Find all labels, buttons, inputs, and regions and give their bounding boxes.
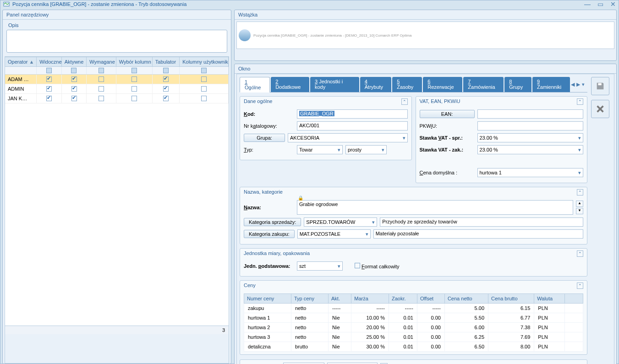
filter-checkbox[interactable] <box>131 68 137 73</box>
spin-up[interactable]: ▲ <box>576 201 583 207</box>
col-operator[interactable]: Operator ▲ <box>5 57 37 66</box>
checkbox[interactable] <box>131 86 137 92</box>
tab-2-dodatkowe[interactable]: 2 Dodatkowe <box>271 77 309 92</box>
checkbox[interactable] <box>46 86 52 92</box>
filter-checkbox[interactable] <box>71 68 77 73</box>
kategoria-zakupu-combo[interactable]: MAT.POZOSTAŁE <box>297 229 371 239</box>
checkbox[interactable] <box>99 86 104 92</box>
cena-domyslna-combo[interactable]: hurtowa 1 <box>477 168 584 177</box>
col-wymagane[interactable]: Wymagane <box>87 57 116 66</box>
table-row[interactable]: ADAM … <box>5 75 229 84</box>
col-kolumny-uzytkownika[interactable]: Kolumny użytkownika <box>180 57 229 66</box>
operators-grid: Operator ▲ Widoczne Aktywne Wymagane Wyb… <box>5 56 229 364</box>
kod-input[interactable]: GRABIE_OGR <box>297 109 408 119</box>
tab-scroll-icon[interactable]: ◀ <box>571 81 575 87</box>
checkbox[interactable] <box>71 96 77 101</box>
tab-6-rezerwacje[interactable]: 6 Rezerwacje <box>423 77 462 92</box>
svg-rect-13 <box>598 83 601 86</box>
grupa-combo[interactable]: AKCESORIA <box>288 133 408 142</box>
checkbox[interactable] <box>163 96 169 101</box>
filter-checkbox[interactable] <box>201 68 207 73</box>
col-tabulator[interactable]: Tabulator <box>153 57 180 66</box>
price-row[interactable]: detalicznabruttoNie30.00 %0.010.006.508.… <box>244 342 583 352</box>
collapse-icon[interactable]: ⌃ <box>401 98 408 105</box>
checkbox[interactable] <box>201 86 207 92</box>
ean-input[interactable] <box>477 109 584 119</box>
vat-spr-combo[interactable]: 23.00 % <box>477 133 584 142</box>
price-col-header[interactable]: Cena brutto <box>488 294 534 304</box>
table-row[interactable]: ADMIN <box>5 84 229 94</box>
section-nazwa: Nazwa, kategorie⌃ Nazwa: 🔒 Grabie ogrodo… <box>240 187 587 244</box>
kategoria-sprzedazy-combo[interactable]: SPRZED.TOWARÓW <box>304 217 377 227</box>
maximize-button[interactable]: ▭ <box>597 0 603 8</box>
price-row[interactable]: hurtowa 1nettoNie10.00 %0.010.005.506.77… <box>244 313 583 323</box>
tab-8-grupy[interactable]: 8 Grupy <box>504 77 531 92</box>
price-col-header[interactable]: Zaokr. <box>389 294 417 304</box>
checkbox[interactable] <box>163 76 169 82</box>
pkwiu-input[interactable] <box>477 121 584 130</box>
lock-icon: 🔒 <box>298 196 303 201</box>
price-col-header[interactable]: Akt. <box>329 294 351 304</box>
close-button[interactable]: ✕ <box>610 0 616 8</box>
price-row[interactable]: zakupunetto--------------------5.006.15P… <box>244 304 583 313</box>
spin-down[interactable]: ▼ <box>576 208 583 214</box>
checkbox[interactable] <box>71 86 77 92</box>
svg-rect-0 <box>4 2 9 6</box>
tab-3-jednostki-i-kody[interactable]: 3 Jednostki i kody <box>310 77 359 92</box>
ribbon-title: Wstążka <box>235 10 616 20</box>
price-col-header[interactable]: Numer ceny <box>244 294 291 304</box>
collapse-icon[interactable]: ⌃ <box>577 283 583 289</box>
tab-7-zamówienia[interactable]: 7 Zamówienia <box>463 77 504 92</box>
minimize-button[interactable]: — <box>584 0 591 8</box>
col-wybor-kolumn[interactable]: Wybór kolumn <box>116 57 153 66</box>
price-col-header[interactable]: Offset <box>417 294 444 304</box>
opis-textbox[interactable] <box>6 30 227 53</box>
tab-scroll-icon[interactable]: ▾ <box>582 81 585 87</box>
collapse-icon[interactable]: ⌃ <box>577 189 583 196</box>
price-col-header[interactable]: Typ ceny <box>291 294 328 304</box>
ean-button[interactable]: EAN: <box>420 110 475 118</box>
checkbox[interactable] <box>163 86 169 92</box>
table-row[interactable]: JAN K… <box>5 94 229 103</box>
filter-checkbox[interactable] <box>46 68 52 73</box>
tab-4-atrybuty[interactable]: 4 Atrybuty <box>360 77 392 92</box>
checkbox[interactable] <box>46 76 52 82</box>
col-aktywne[interactable]: Aktywne <box>62 57 87 66</box>
checkbox[interactable] <box>46 96 52 101</box>
filter-checkbox[interactable] <box>163 68 169 73</box>
checkbox[interactable] <box>71 76 77 82</box>
collapse-icon[interactable]: ⌃ <box>577 98 583 105</box>
price-row[interactable]: hurtowa 2nettoNie20.00 %0.010.006.007.38… <box>244 323 583 332</box>
checkbox[interactable] <box>131 76 137 82</box>
checkbox[interactable] <box>131 96 137 101</box>
format-calkowity-checkbox[interactable] <box>355 263 360 268</box>
tab-9-zamienniki[interactable]: 9 Zamienniki <box>532 77 570 92</box>
checkbox[interactable] <box>99 96 104 101</box>
tab-scroll-icon[interactable]: ▶ <box>576 81 580 87</box>
kategoria-zakupu-desc[interactable]: Materiały pozostałe <box>373 229 583 239</box>
kategoria-sprzedazy-button[interactable]: Kategoria sprzedaży: <box>244 218 301 226</box>
checkbox[interactable] <box>201 96 207 101</box>
checkbox[interactable] <box>99 76 104 82</box>
tab-1-ogólne[interactable]: 1 Ogólne <box>240 77 270 92</box>
price-col-header[interactable]: Waluta <box>534 294 565 304</box>
kategoria-sprzedazy-desc[interactable]: Przychody ze sprzedaży towarów <box>380 217 583 227</box>
checkbox[interactable] <box>201 76 207 82</box>
collapse-icon[interactable]: ⌃ <box>577 250 583 257</box>
price-col-header[interactable]: Cena netto <box>444 294 488 304</box>
grupa-button[interactable]: Grupa: <box>244 134 285 142</box>
cancel-action-button[interactable] <box>591 100 609 118</box>
jedn-combo[interactable]: szt <box>297 261 343 271</box>
tab-5-zasoby[interactable]: 5 Zasoby <box>392 77 422 92</box>
vat-zak-combo[interactable]: 23.00 % <box>477 145 584 154</box>
save-action-button[interactable] <box>591 77 609 95</box>
col-widoczne[interactable]: Widoczne <box>37 57 61 66</box>
price-col-header[interactable]: Marża <box>351 294 389 304</box>
typ-combo[interactable]: Towar <box>297 145 343 154</box>
filter-checkbox[interactable] <box>99 68 104 73</box>
prosty-combo[interactable]: prosty <box>345 145 387 154</box>
nazwa-input[interactable]: Grabie ogrodowe <box>297 200 573 215</box>
price-row[interactable]: hurtowa 3nettoNie25.00 %0.010.006.257.69… <box>244 332 583 342</box>
kategoria-zakupu-button[interactable]: Kategoria zakupu: <box>244 230 295 238</box>
nr-katalogowy-input[interactable]: AKC/001 <box>297 121 408 130</box>
